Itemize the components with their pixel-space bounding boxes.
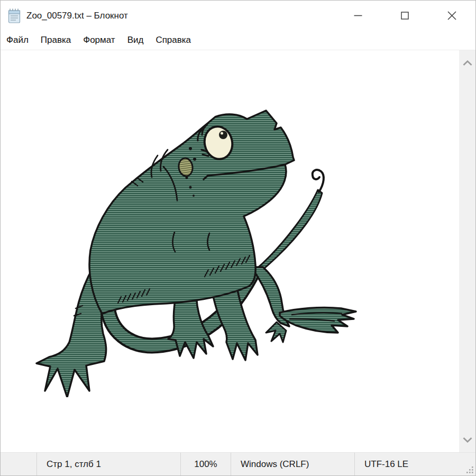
status-line-ending: Windows (CRLF) [231,453,354,475]
editor-area[interactable] [1,50,475,452]
minimize-icon [354,15,362,16]
menu-item-file[interactable]: Файл [1,31,34,50]
window-title: Zoo_00579.txt – Блокнот [26,11,128,21]
status-bar: Стр 1, стлб 1 100% Windows (CRLF) UTF-16… [1,452,475,475]
menu-item-view[interactable]: Вид [122,31,149,50]
menu-bar: Файл Правка Формат Вид Справка [1,31,475,50]
menu-item-edit[interactable]: Правка [35,31,76,50]
status-cursor-position: Стр 1, стлб 1 [36,453,180,475]
scroll-up-button[interactable] [459,50,475,76]
close-button[interactable] [428,1,475,31]
status-zoom-level: 100% [180,453,231,475]
status-encoding: UTF-16 LE [354,453,475,475]
vertical-scrollbar[interactable] [459,50,475,452]
maximize-icon [401,12,409,20]
maximize-button[interactable] [381,1,428,31]
resize-grip-icon[interactable] [465,465,474,474]
status-spacer [1,453,36,475]
minimize-button[interactable] [334,1,381,31]
chevron-down-icon [463,437,472,443]
close-icon [447,11,456,20]
chevron-up-icon [463,60,472,66]
window-controls [334,1,475,31]
notepad-icon [7,8,21,24]
menu-item-help[interactable]: Справка [150,31,196,50]
notepad-window: Zoo_00579.txt – Блокнот Файл Правка Форм… [0,0,476,476]
title-bar: Zoo_00579.txt – Блокнот [1,1,475,31]
scroll-down-button[interactable] [459,427,475,452]
menu-item-format[interactable]: Формат [78,31,120,50]
lizard-artwork [27,101,365,397]
